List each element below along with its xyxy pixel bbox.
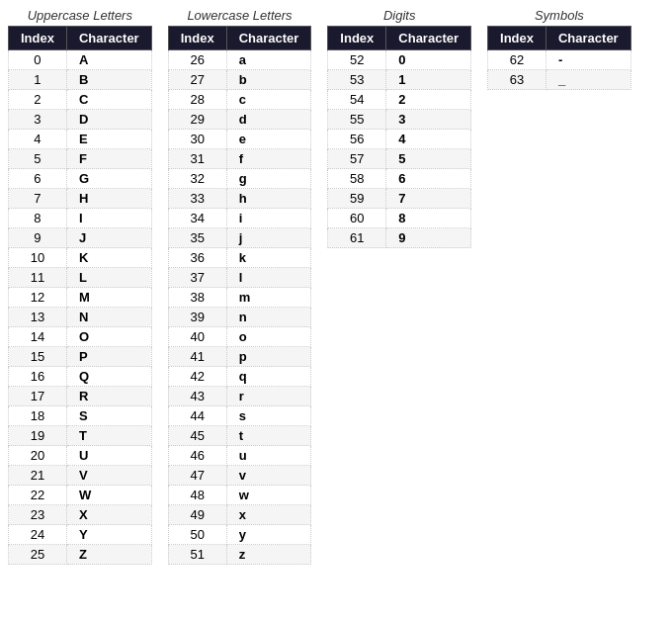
cell-index: 51 <box>168 545 226 565</box>
cell-index: 27 <box>168 70 226 90</box>
cell-index: 14 <box>9 327 67 347</box>
cell-index: 36 <box>168 248 226 268</box>
table-row: 586 <box>328 169 471 189</box>
cell-index: 13 <box>9 308 67 327</box>
table-row: 11L <box>9 268 152 288</box>
cell-character: T <box>66 426 151 446</box>
table-row: 48w <box>168 486 311 505</box>
cell-character: W <box>66 486 151 505</box>
cell-index: 21 <box>9 466 67 486</box>
cell-index: 25 <box>9 545 67 565</box>
table-symbols: IndexCharacter62-63_ <box>487 26 631 90</box>
section-lowercase: Lowercase LettersIndexCharacter26a27b28c… <box>168 8 312 565</box>
table-row: 62- <box>488 50 631 70</box>
cell-character: E <box>66 130 151 149</box>
cell-index: 2 <box>9 90 67 110</box>
cell-index: 26 <box>168 50 226 70</box>
table-row: 49x <box>168 505 311 525</box>
cell-character: s <box>226 406 311 426</box>
cell-index: 46 <box>168 446 226 466</box>
table-row: 50y <box>168 525 311 545</box>
table-row: 14O <box>9 327 152 347</box>
cell-index: 31 <box>168 149 226 169</box>
cell-character: B <box>66 70 151 90</box>
table-row: 9J <box>9 228 152 248</box>
table-row: 20U <box>9 446 152 466</box>
cell-character: e <box>226 130 311 149</box>
cell-index: 34 <box>168 209 226 228</box>
cell-index: 16 <box>9 367 67 387</box>
cell-character: F <box>66 149 151 169</box>
cell-index: 39 <box>168 308 226 327</box>
cell-index: 11 <box>9 268 67 288</box>
header-character-lowercase: Character <box>226 27 311 50</box>
table-row: 40o <box>168 327 311 347</box>
cell-index: 1 <box>9 70 67 90</box>
cell-index: 22 <box>9 486 67 505</box>
cell-character: j <box>226 228 311 248</box>
cell-character: S <box>66 406 151 426</box>
cell-character: x <box>226 505 311 525</box>
table-row: 43r <box>168 387 311 406</box>
cell-index: 15 <box>9 347 67 367</box>
table-row: 1B <box>9 70 152 90</box>
table-row: 39n <box>168 308 311 327</box>
cell-character: o <box>226 327 311 347</box>
cell-index: 60 <box>328 209 386 228</box>
header-index-lowercase: Index <box>168 27 226 50</box>
cell-character: 5 <box>386 149 471 169</box>
section-uppercase: Uppercase LettersIndexCharacter0A1B2C3D4… <box>8 8 152 565</box>
cell-index: 7 <box>9 189 67 209</box>
cell-character: 9 <box>386 228 471 248</box>
cell-index: 48 <box>168 486 226 505</box>
table-row: 531 <box>328 70 471 90</box>
cell-character: 3 <box>386 110 471 130</box>
table-row: 18S <box>9 406 152 426</box>
cell-character: _ <box>546 70 630 90</box>
header-index-digits: Index <box>328 27 386 50</box>
cell-index: 52 <box>328 50 386 70</box>
cell-index: 38 <box>168 288 226 308</box>
cell-index: 33 <box>168 189 226 209</box>
cell-character: m <box>226 288 311 308</box>
cell-character: H <box>66 189 151 209</box>
cell-character: Y <box>66 525 151 545</box>
cell-character: q <box>226 367 311 387</box>
cell-character: P <box>66 347 151 367</box>
cell-index: 50 <box>168 525 226 545</box>
table-row: 37l <box>168 268 311 288</box>
cell-character: 7 <box>386 189 471 209</box>
table-row: 35j <box>168 228 311 248</box>
cell-character: G <box>66 169 151 189</box>
cell-character: y <box>226 525 311 545</box>
cell-character: M <box>66 288 151 308</box>
table-row: 5F <box>9 149 152 169</box>
header-index-uppercase: Index <box>9 27 67 50</box>
header-character-digits: Character <box>386 27 471 50</box>
cell-character: 4 <box>386 130 471 149</box>
cell-index: 24 <box>9 525 67 545</box>
title-symbols: Symbols <box>535 8 584 23</box>
table-row: 4E <box>9 130 152 149</box>
cell-character: t <box>226 426 311 446</box>
cell-index: 57 <box>328 149 386 169</box>
table-row: 47v <box>168 466 311 486</box>
cell-index: 47 <box>168 466 226 486</box>
table-row: 19T <box>9 426 152 446</box>
title-digits: Digits <box>383 8 416 23</box>
table-row: 2C <box>9 90 152 110</box>
cell-index: 53 <box>328 70 386 90</box>
cell-character: d <box>226 110 311 130</box>
table-row: 10K <box>9 248 152 268</box>
table-row: 51z <box>168 545 311 565</box>
cell-index: 37 <box>168 268 226 288</box>
table-row: 63_ <box>488 70 631 90</box>
cell-index: 40 <box>168 327 226 347</box>
cell-character: b <box>226 70 311 90</box>
cell-index: 4 <box>9 130 67 149</box>
cell-index: 3 <box>9 110 67 130</box>
table-row: 24Y <box>9 525 152 545</box>
table-row: 15P <box>9 347 152 367</box>
cell-index: 32 <box>168 169 226 189</box>
table-row: 13N <box>9 308 152 327</box>
